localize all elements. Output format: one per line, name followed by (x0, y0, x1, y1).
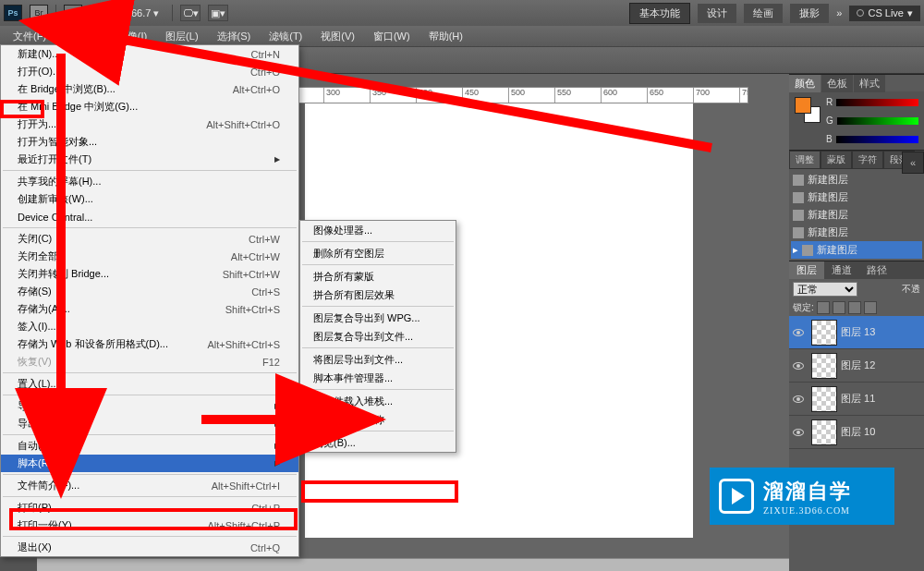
horizontal-scrollbar[interactable] (37, 558, 789, 571)
layer-thumbnail[interactable] (811, 320, 837, 346)
script-menu-item[interactable]: 删除所有空图层 (300, 244, 456, 262)
script-menu-item[interactable]: 将文件载入堆栈... (300, 392, 456, 410)
tab-mask[interactable]: 蒙版 (821, 151, 852, 169)
layer-row[interactable]: 图层 13 (789, 316, 924, 349)
script-menu-item[interactable]: 拼合所有图层效果 (300, 286, 456, 304)
file-menu-item[interactable]: 打开为...Alt+Shift+Ctrl+O (1, 115, 298, 133)
eye-icon[interactable] (793, 329, 804, 336)
tab-color[interactable]: 颜色 (789, 75, 821, 92)
menu-select[interactable]: 选择(S) (208, 28, 261, 45)
file-menu-item[interactable]: 打开(O)...Ctrl+O (1, 63, 298, 80)
slider-g[interactable] (837, 117, 918, 125)
file-menu-item[interactable]: 存储为 Web 和设备所用格式(D)...Alt+Shift+Ctrl+S (1, 335, 298, 353)
eye-icon[interactable] (793, 362, 804, 370)
file-menu-item[interactable]: 在 Mini Bridge 中浏览(G)... (1, 98, 298, 115)
workspace-tab-basic[interactable]: 基本功能 (629, 3, 690, 24)
script-menu-item[interactable]: 浏览(B)... (300, 433, 456, 452)
layer-row[interactable]: 图层 12 (789, 349, 924, 383)
bridge-icon[interactable]: Br (30, 5, 48, 21)
layer-list: 图层 13图层 12图层 11图层 10 (789, 316, 924, 571)
minibridge-icon[interactable]: Mb (64, 5, 82, 21)
script-menu-item[interactable]: 将图层导出到文件... (300, 350, 456, 369)
menu-file[interactable]: 文件(F) (4, 28, 55, 45)
cslive-button[interactable]: CS Live ▾ (849, 6, 920, 21)
file-menu-item[interactable]: 文件简介(F)...Alt+Shift+Ctrl+I (1, 477, 298, 494)
menu-image[interactable]: 图像(I) (108, 28, 156, 45)
ps-app-icon[interactable]: Ps (4, 5, 22, 21)
file-menu-item[interactable]: 打印(P)...Ctrl+P (1, 499, 298, 516)
file-menu-item[interactable]: 恢复(V)F12 (1, 353, 298, 371)
workspace-tab-design[interactable]: 设计 (698, 4, 736, 23)
comp-list-item[interactable]: 新建图层 (791, 188, 922, 206)
foreground-background-swatch[interactable] (795, 97, 821, 123)
layer-thumbnail[interactable] (811, 386, 837, 412)
file-menu-item[interactable]: 打印一份(Y)Alt+Shift+Ctrl+P (1, 516, 298, 534)
eye-icon[interactable] (793, 429, 804, 436)
tab-styles[interactable]: 样式 (854, 75, 885, 92)
file-menu-item[interactable]: 关闭并转到 Bridge...Shift+Ctrl+W (1, 265, 298, 283)
file-menu-item[interactable]: 脚本(R) (1, 455, 298, 472)
lock-all-icon[interactable] (864, 301, 877, 314)
blend-mode-select[interactable]: 正常 (793, 282, 857, 297)
menu-help[interactable]: 帮助(H) (419, 28, 472, 45)
tab-layers[interactable]: 图层 (789, 261, 824, 279)
file-menu-item[interactable]: 共享我的屏幕(H)... (1, 173, 298, 190)
eye-icon[interactable] (793, 395, 804, 403)
slider-b[interactable] (836, 136, 918, 143)
file-menu-item[interactable]: 签入(I)... (1, 318, 298, 335)
workspace-tab-photo[interactable]: 摄影 (790, 4, 829, 23)
view-extras-dropdown[interactable]: 🖵▾ (180, 5, 201, 21)
layer-row[interactable]: 图层 11 (789, 383, 924, 416)
tab-paths[interactable]: 路径 (859, 261, 894, 279)
workspace-more-icon[interactable]: » (836, 7, 842, 18)
ruler-tick: 300 (324, 88, 371, 103)
menu-layer[interactable]: 图层(L) (156, 28, 207, 45)
layer-row[interactable]: 图层 10 (789, 416, 924, 449)
tab-adjust[interactable]: 调整 (789, 151, 821, 169)
file-menu-item[interactable]: 置入(L)... (1, 375, 298, 393)
file-menu-item[interactable]: 存储为(A)...Shift+Ctrl+S (1, 300, 298, 318)
script-menu-item[interactable]: 脚本事件管理器... (300, 369, 456, 387)
file-menu-item[interactable]: 退出(X)Ctrl+Q (1, 539, 298, 556)
file-menu-item[interactable]: 创建新审核(W)... (1, 190, 298, 208)
file-menu-item[interactable]: 导入(M) (1, 397, 298, 415)
tab-channels[interactable]: 通道 (824, 261, 859, 279)
script-menu-item[interactable]: 图像处理器... (300, 221, 456, 239)
layer-name: 图层 13 (841, 325, 875, 339)
collapse-panel-icon[interactable]: « (902, 152, 924, 174)
lock-pixels-icon[interactable] (833, 301, 845, 314)
file-menu-item[interactable]: 在 Bridge 中浏览(B)...Alt+Ctrl+O (1, 80, 298, 98)
script-menu-item[interactable]: 图层复合导出到文件... (300, 327, 456, 346)
comp-list-item[interactable]: ▸新建图层 (791, 241, 922, 259)
layer-thumbnail[interactable] (811, 419, 837, 445)
file-menu-item[interactable]: 自动(U) (1, 437, 298, 455)
menu-edit[interactable]: 编辑(E) (55, 28, 108, 45)
screen-mode-dropdown[interactable]: ▣▾ (208, 5, 228, 21)
script-menu-item[interactable]: 批量改图层名称 (300, 410, 456, 429)
script-submenu: 图像处理器...删除所有空图层拼合所有蒙版拼合所有图层效果图层复合导出到 WPG… (299, 220, 456, 453)
file-menu-item[interactable]: 最近打开文件(T) (1, 151, 298, 168)
menu-window[interactable]: 窗口(W) (364, 28, 419, 45)
layer-thumbnail[interactable] (811, 353, 837, 379)
file-menu-item[interactable]: 关闭全部Alt+Ctrl+W (1, 248, 298, 265)
file-menu-item[interactable]: 新建(N)...Ctrl+N (1, 45, 298, 63)
slider-r[interactable] (836, 99, 918, 106)
menu-filter[interactable]: 滤镜(T) (260, 28, 311, 45)
lock-transparency-icon[interactable] (817, 301, 830, 314)
tab-char[interactable]: 字符 (852, 151, 883, 169)
lock-position-icon[interactable] (848, 301, 861, 314)
tab-swatches[interactable]: 色板 (821, 75, 853, 92)
script-menu-item[interactable]: 图层复合导出到 WPG... (300, 309, 456, 327)
file-menu-item[interactable]: Device Central... (1, 208, 298, 225)
menu-view[interactable]: 视图(V) (311, 28, 364, 45)
script-menu-item[interactable]: 拼合所有蒙版 (300, 267, 456, 286)
arrange-docs-dropdown[interactable]: ▦▾ (90, 5, 110, 21)
file-menu-item[interactable]: 导出(E) (1, 415, 298, 432)
file-menu-item[interactable]: 打开为智能对象... (1, 133, 298, 151)
file-menu-item[interactable]: 存储(S)Ctrl+S (1, 283, 298, 300)
comp-list-item[interactable]: 新建图层 (791, 224, 922, 241)
file-menu-item[interactable]: 关闭(C)Ctrl+W (1, 230, 298, 248)
comp-list-item[interactable]: 新建图层 (791, 206, 922, 224)
workspace-tab-paint[interactable]: 绘画 (744, 4, 783, 23)
ruler-tick: 650 (648, 88, 694, 103)
